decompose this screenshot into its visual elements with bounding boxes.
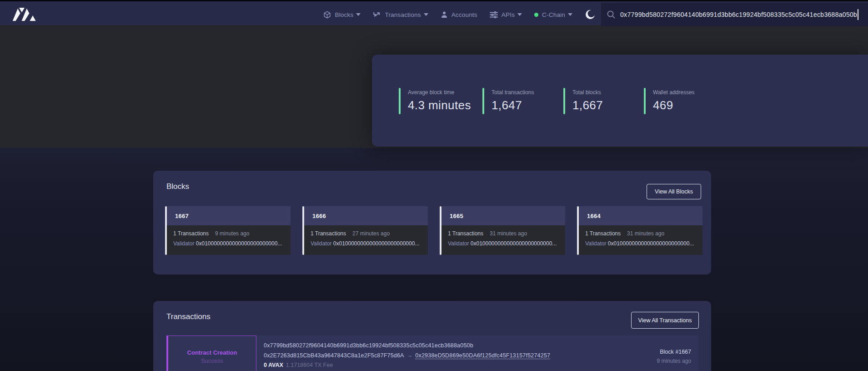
stat-total-blocks: Total blocks 1,667 [563,88,603,114]
moon-icon [585,9,596,20]
transaction-meta: Block #1667 9 minutes ago [657,347,691,366]
text-cursor [858,9,858,20]
block-number[interactable]: 1667 [167,206,291,225]
stat-label: Total transactions [492,89,534,96]
chain-selector[interactable]: C-Chain [534,11,572,18]
stat-accent-bar [563,88,565,114]
block-card-body: 1 Transactions 27 minutes ago Validator … [304,225,428,255]
block-card-body: 1 Transactions 9 minutes ago Validator 0… [167,225,291,255]
validator-label: Validator [585,240,606,247]
transaction-block-link[interactable]: Block #1667 [657,347,691,356]
to-address[interactable]: 0x2938eD5D869e50DA6f125dfc45F13157f52742… [415,352,550,359]
cube-icon [323,11,331,19]
block-tx-count: 1 Transactions [311,230,346,237]
validator-address: 0x0100000000000000000000000... [196,240,282,247]
transaction-value: 0 AVAX [264,362,283,368]
chevron-down-icon [517,13,522,16]
stat-value: 1,667 [572,98,603,112]
transaction-type: Contract Creation [187,349,237,356]
blocks-section-title: Blocks [166,182,189,191]
nav-label-apis: APIs [502,11,515,18]
nav-item-transactions[interactable]: Transactions [373,11,428,18]
nav-label-accounts: Accounts [452,11,477,18]
validator-label: Validator [173,240,194,247]
block-accent-bar [302,206,304,255]
transaction-type-badge: Contract Creation Success [166,335,256,371]
navbar: Blocks Transactions Accounts [0,0,868,25]
chevron-down-icon [568,13,572,16]
view-all-transactions-button[interactable]: View All Transactions [631,312,699,329]
stat-value: 4.3 minutes [408,98,471,112]
block-age: 31 minutes ago [627,230,664,237]
validator-label: Validator [311,240,331,247]
validator-address: 0x0100000000000000000000000... [333,240,420,247]
search-icon [607,10,616,19]
from-address[interactable]: 0x2E7263d815CbB43a9647843C8a1e2F5c87F75d… [264,352,404,359]
sliders-icon [490,11,498,18]
transaction-status: Success [201,357,223,364]
network-stats-card: Average block time 4.3 minutes Total tra… [372,55,868,147]
swap-arrows-icon [373,11,381,18]
explorer-page: Blocks Transactions Accounts [0,0,868,371]
avalanche-logo[interactable] [12,7,39,22]
transaction-details: 0x7799bd580272f9604140b6991d3bb6c19924bf… [264,341,550,371]
stat-label: Wallet addresses [653,89,695,96]
nav-item-accounts[interactable]: Accounts [441,11,477,18]
block-tx-count: 1 Transactions [173,230,209,237]
nav-item-blocks[interactable]: Blocks [323,11,361,19]
block-tx-count: 1 Transactions [585,230,621,237]
block-tx-count: 1 Transactions [448,230,483,237]
transaction-fee: 1.1718604 TX Fee [283,362,333,368]
validator-label: Validator [448,240,469,247]
block-accent-bar [440,206,442,255]
block-card[interactable]: 1665 1 Transactions 31 minutes ago Valid… [440,206,565,255]
stat-total-transactions: Total transactions 1,647 [482,88,534,114]
block-card-body: 1 Transactions 31 minutes ago Validator … [442,225,565,255]
stat-label: Total blocks [572,89,603,96]
transaction-row[interactable]: Contract Creation Success 0x7799bd580272… [166,335,698,371]
transaction-age: 9 minutes ago [657,356,691,366]
search-value: 0x7799bd580272f9604140b6991d3bb6c19924bf… [620,11,857,18]
chain-label: C-Chain [542,11,565,18]
chevron-down-icon [424,13,428,16]
view-all-blocks-button[interactable]: View All Blocks [647,184,701,199]
stat-value: 469 [653,98,695,112]
stat-average-block-time: Average block time 4.3 minutes [399,88,471,114]
block-age: 27 minutes ago [352,230,390,237]
blocks-section: Blocks View All Blocks 1667 1 Transactio… [153,171,711,274]
search-input[interactable]: 0x7799bd580272f9604140b6991d3bb6c19924bf… [601,3,868,26]
nav-label-transactions: Transactions [385,11,421,18]
block-age: 31 minutes ago [490,230,527,237]
block-card[interactable]: 1664 1 Transactions 31 minutes ago Valid… [577,206,702,255]
dark-mode-toggle[interactable] [585,9,596,20]
transactions-section: Transactions View All Transactions Contr… [153,301,711,371]
block-card[interactable]: 1666 1 Transactions 27 minutes ago Valid… [302,206,428,255]
arrow-right-icon: → [404,352,416,359]
block-accent-bar [577,206,579,255]
block-number[interactable]: 1666 [304,206,428,225]
chevron-down-icon [356,13,361,16]
stat-accent-bar [482,88,484,114]
status-dot-icon [534,13,538,17]
stat-wallet-addresses: Wallet addresses 469 [644,88,695,114]
nav-label-blocks: Blocks [335,11,353,18]
block-card-body: 1 Transactions 31 minutes ago Validator … [579,225,702,255]
stat-accent-bar [644,88,646,114]
nav-item-apis[interactable]: APIs [490,11,522,18]
block-age: 9 minutes ago [215,230,249,237]
nav-menu: Blocks Transactions Accounts [323,3,596,26]
block-accent-bar [165,206,167,255]
transactions-section-title: Transactions [166,312,211,321]
transaction-hash[interactable]: 0x7799bd580272f9604140b6991d3bb6c19924bf… [264,341,550,351]
stat-label: Average block time [408,89,471,96]
validator-address: 0x0100000000000000000000000... [471,240,557,247]
validator-address: 0x0100000000000000000000000... [608,240,694,247]
stat-accent-bar [399,88,401,114]
person-icon [441,11,448,18]
block-number[interactable]: 1664 [579,206,702,225]
block-card[interactable]: 1667 1 Transactions 9 minutes ago Valida… [165,206,291,255]
block-number[interactable]: 1665 [442,206,565,225]
stat-value: 1,647 [492,98,534,112]
